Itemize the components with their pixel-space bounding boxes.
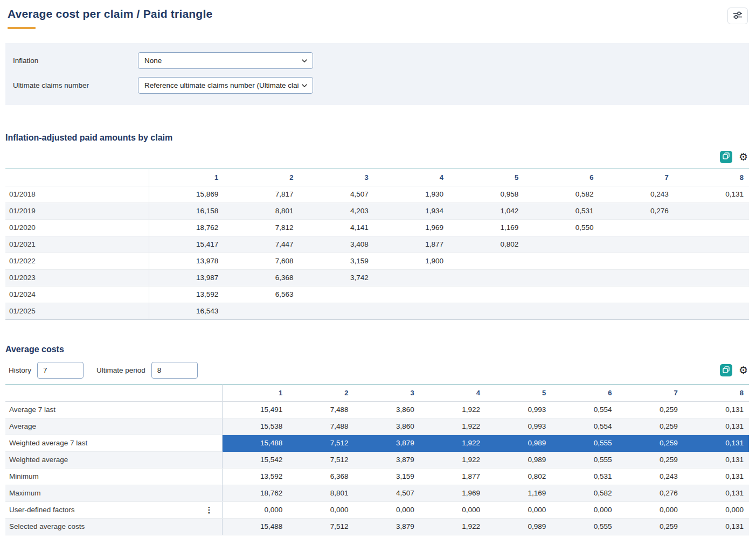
column-header-4: 4: [374, 169, 449, 186]
cell: 1,922: [420, 418, 485, 435]
column-header-6: 6: [551, 385, 617, 402]
cell: 4,203: [299, 203, 374, 220]
cell: 0,131: [683, 435, 749, 452]
cell: [524, 236, 599, 253]
cell: 15,488: [222, 435, 288, 452]
cell: 0,000: [288, 502, 353, 519]
inflation-select-value: None: [144, 57, 162, 65]
cell: 3,879: [354, 452, 420, 469]
cell: 3,860: [354, 402, 420, 418]
row-label: 01/2019: [5, 203, 149, 220]
cell: 0,802: [485, 469, 551, 485]
cell: 15,869: [149, 186, 224, 203]
cell: [599, 287, 674, 303]
ultimate-period-input[interactable]: [151, 362, 198, 379]
table-row: 01/202313,9876,3683,742: [5, 270, 749, 287]
gear-icon: ⚙: [739, 151, 748, 163]
row-label: 01/2022: [5, 253, 149, 270]
row-label: 01/2023: [5, 270, 149, 287]
page-settings-button[interactable]: [727, 8, 748, 24]
cell: 0,000: [222, 502, 288, 519]
cell: 0,000: [551, 502, 617, 519]
inflation-label: Inflation: [13, 57, 138, 65]
copy-table-button[interactable]: [720, 151, 732, 163]
cell: 0,000: [354, 502, 420, 519]
column-header-4: 4: [420, 385, 485, 402]
cell: [674, 220, 749, 236]
cell: 8,801: [288, 485, 353, 502]
cell: 0,131: [683, 485, 749, 502]
gear-icon: ⚙: [739, 365, 748, 376]
history-input[interactable]: [37, 362, 84, 379]
cell: [224, 303, 299, 320]
row-label: 01/2021: [5, 236, 149, 253]
chevron-down-icon: [301, 82, 308, 90]
ultimate-period-label: Ultimate period: [96, 366, 145, 374]
row-menu-icon[interactable]: ⋮: [205, 506, 213, 514]
cell: 7,812: [224, 220, 299, 236]
cell: 3,742: [299, 270, 374, 287]
cell: 0,243: [618, 469, 683, 485]
filters-panel: Inflation None Ultimate claims number Re…: [5, 43, 749, 105]
paid-table-toolbar: ⚙: [5, 150, 748, 163]
cell: [524, 270, 599, 287]
cell: [599, 270, 674, 287]
cell: 0,276: [618, 485, 683, 502]
cell: 0,259: [618, 418, 683, 435]
cell: 0,555: [551, 519, 617, 535]
copy-icon: [723, 366, 730, 375]
cell: 0,131: [683, 402, 749, 418]
cell: 0,993: [485, 418, 551, 435]
row-label: User-defined factors⋮: [5, 502, 222, 519]
cell: [374, 287, 449, 303]
column-header-1: 1: [149, 169, 224, 186]
copy-table-button[interactable]: [720, 364, 732, 376]
cell: 0,259: [618, 519, 683, 535]
cell: 0,989: [485, 519, 551, 535]
column-header-5: 5: [485, 385, 551, 402]
cell: 1,922: [420, 452, 485, 469]
average-costs-title: Average costs: [5, 345, 749, 354]
corner-header-cell: [5, 169, 149, 186]
cell: 6,368: [224, 270, 299, 287]
title-accent-underline: [8, 27, 36, 29]
column-header-8: 8: [683, 385, 749, 402]
row-label: Minimum: [5, 469, 222, 485]
cell: 0,000: [618, 502, 683, 519]
table-row: User-defined factors⋮0,0000,0000,0000,00…: [5, 502, 749, 519]
cell: 0,554: [551, 418, 617, 435]
column-header-8: 8: [674, 169, 749, 186]
cell: 0,000: [683, 502, 749, 519]
inflation-select[interactable]: None: [138, 52, 313, 69]
table-settings-button[interactable]: ⚙: [739, 152, 748, 162]
cell: 3,159: [354, 469, 420, 485]
table-row: 01/202018,7627,8124,1411,9691,1690,550: [5, 220, 749, 236]
table-row: Average15,5387,4883,8601,9220,9930,5540,…: [5, 418, 749, 435]
table-row: 01/202115,4177,4473,4081,8770,802: [5, 236, 749, 253]
cell: 7,512: [288, 452, 353, 469]
cell: 15,538: [222, 418, 288, 435]
cell: 7,817: [224, 186, 299, 203]
cell: 0,582: [524, 186, 599, 203]
cell: 3,879: [354, 519, 420, 535]
cell: 1,900: [374, 253, 449, 270]
cell: 0,259: [618, 452, 683, 469]
cell: 13,987: [149, 270, 224, 287]
history-label: History: [9, 366, 31, 374]
cell: 0,131: [683, 519, 749, 535]
cell: 7,608: [224, 253, 299, 270]
average-costs-table: 12345678 Average 7 last15,4917,4883,8601…: [5, 384, 749, 535]
page: Average cost per claim / Paid triangle I…: [0, 0, 756, 535]
cell: 0,131: [683, 452, 749, 469]
cell: 3,159: [299, 253, 374, 270]
table-settings-button[interactable]: ⚙: [739, 365, 748, 375]
row-label: Weighted average: [5, 452, 222, 469]
cell: 13,592: [222, 469, 288, 485]
ultimate-claims-select[interactable]: Reference ultimate claims number (Ultima…: [138, 77, 313, 94]
column-header-3: 3: [354, 385, 420, 402]
cell: 0,802: [449, 236, 524, 253]
ultimate-claims-select-value: Reference ultimate claims number (Ultima…: [144, 81, 299, 89]
cell: 0,554: [551, 402, 617, 418]
cell: [599, 236, 674, 253]
row-label: 01/2018: [5, 186, 149, 203]
